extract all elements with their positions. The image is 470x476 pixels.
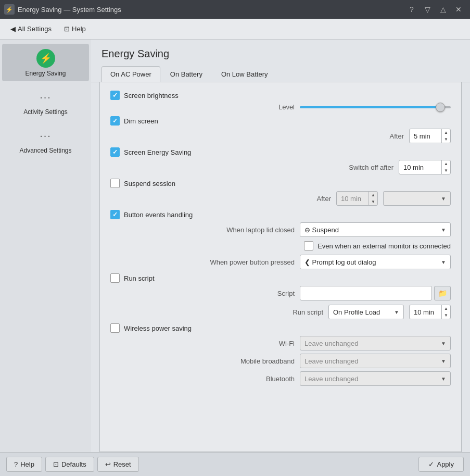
suspend-after-spinbox[interactable]: 10 min ▲ ▼	[336, 191, 378, 206]
dim-after-label: After	[390, 132, 404, 140]
run-profile-arrow: ▼	[394, 309, 399, 315]
help-window-button[interactable]: ?	[404, 2, 419, 17]
topnav: ◀ All Settings ⊡ Help	[0, 19, 470, 40]
run-script-timing-row: Run script On Profile Load ▼ 10 min ▲ ▼	[110, 305, 451, 319]
screen-brightness-label: Screen brightness	[124, 92, 179, 99]
run-time-up[interactable]: ▲	[442, 305, 450, 312]
screen-brightness-checkbox[interactable]	[110, 91, 120, 100]
dim-screen-row: Dim screen	[110, 116, 451, 126]
suspend-action-select[interactable]: ▼	[383, 191, 451, 206]
run-profile-select[interactable]: On Profile Load ▼	[328, 305, 404, 319]
brightness-slider-track[interactable]	[300, 106, 451, 108]
reset-icon: ↩	[105, 460, 111, 468]
run-script-label: Run script	[124, 274, 155, 282]
help-bottom-label: Help	[20, 460, 34, 468]
sidebar-item-advanced-settings[interactable]: ··· Advanced Settings	[2, 121, 89, 158]
suspend-session-checkbox[interactable]	[110, 179, 120, 188]
file-browse-button[interactable]: 📁	[434, 286, 451, 300]
wireless-saving-checkbox[interactable]	[110, 323, 120, 333]
suspend-after-down[interactable]: ▼	[369, 198, 377, 205]
suspend-after-arrows: ▲ ▼	[369, 192, 377, 205]
page-title: Energy Saving	[101, 48, 169, 59]
lid-closed-select[interactable]: ⊖ Suspend ▼	[300, 222, 451, 237]
apply-button[interactable]: ✓ Apply	[418, 457, 464, 472]
wireless-saving-row: Wireless power saving	[110, 323, 451, 333]
defaults-label: Defaults	[61, 460, 86, 468]
help-nav-button[interactable]: ⊡ Help	[60, 23, 90, 35]
wifi-row: Wi-Fi Leave unchanged ▼	[110, 336, 451, 350]
mobile-label: Mobile broadband	[240, 357, 295, 365]
run-profile-value: On Profile Load	[333, 308, 380, 316]
tab-battery[interactable]: On Battery	[161, 66, 211, 82]
help-nav-label: Help	[72, 25, 86, 33]
switch-off-down[interactable]: ▼	[442, 167, 450, 174]
mobile-arrow: ▼	[441, 358, 446, 364]
app-icon: ⚡	[4, 4, 15, 15]
run-time-value: 10 min	[410, 308, 441, 316]
run-time-arrows: ▲ ▼	[441, 305, 450, 319]
switch-off-row: Switch off after 10 min ▲ ▼	[110, 160, 451, 174]
minimize-button[interactable]: ▽	[420, 2, 435, 17]
sidebar: ⚡ Energy Saving ··· Activity Settings ··…	[0, 40, 91, 452]
script-label: Script	[277, 290, 295, 297]
dim-screen-checkbox[interactable]	[110, 116, 120, 126]
dim-after-arrows: ▲ ▼	[441, 129, 450, 143]
button-events-row: Button events handling	[110, 210, 451, 219]
wifi-label: Wi-Fi	[279, 340, 295, 347]
brightness-slider-fill	[300, 106, 440, 108]
lid-closed-arrow: ▼	[441, 227, 446, 233]
power-button-value: ❮ Prompt log out dialog	[304, 258, 376, 266]
bluetooth-select[interactable]: Leave unchanged ▼	[300, 371, 451, 386]
dim-after-spinbox[interactable]: 5 min ▲ ▼	[409, 129, 451, 143]
apply-icon: ✓	[428, 460, 434, 468]
activity-settings-icon: ···	[36, 87, 55, 106]
lid-closed-label: When laptop lid closed	[226, 226, 295, 234]
reset-label: Reset	[113, 460, 131, 468]
switch-off-up[interactable]: ▲	[442, 160, 450, 167]
all-settings-button[interactable]: ◀ All Settings	[6, 23, 56, 35]
sidebar-advanced-label: Advanced Settings	[19, 147, 71, 154]
reset-button[interactable]: ↩ Reset	[97, 457, 139, 472]
button-events-checkbox[interactable]	[110, 210, 120, 219]
switch-off-spinbox[interactable]: 10 min ▲ ▼	[399, 160, 451, 174]
brightness-slider-row: Level	[110, 103, 451, 111]
sidebar-item-activity-settings[interactable]: ··· Activity Settings	[2, 82, 89, 120]
bluetooth-row: Bluetooth Leave unchanged ▼	[110, 371, 451, 386]
sidebar-item-energy-saving[interactable]: ⚡ Energy Saving	[2, 44, 89, 81]
mobile-value: Leave unchanged	[304, 357, 358, 365]
close-button[interactable]: ✕	[451, 2, 466, 17]
advanced-settings-icon: ···	[36, 126, 55, 145]
power-button-select[interactable]: ❮ Prompt log out dialog ▼	[300, 255, 451, 269]
run-time-down[interactable]: ▼	[442, 312, 450, 319]
defaults-button[interactable]: ⊡ Defaults	[45, 457, 94, 472]
suspend-session-row: Suspend session	[110, 179, 451, 188]
suspend-after-up[interactable]: ▲	[369, 192, 377, 198]
back-label: All Settings	[18, 25, 52, 33]
mobile-select[interactable]: Leave unchanged ▼	[300, 354, 451, 368]
switch-off-label: Switch off after	[349, 164, 393, 171]
dim-after-up[interactable]: ▲	[442, 129, 450, 136]
external-monitor-checkbox[interactable]	[304, 241, 313, 250]
apply-label: Apply	[437, 460, 454, 468]
run-script-checkbox[interactable]	[110, 273, 120, 283]
bottom-bar: ? Help ⊡ Defaults ↩ Reset ✓ Apply	[0, 452, 470, 476]
bluetooth-label: Bluetooth	[266, 375, 295, 383]
script-text-field[interactable]	[300, 286, 432, 300]
external-monitor-label: Even when an external monitor is connect…	[317, 242, 451, 250]
tab-ac-power[interactable]: On AC Power	[101, 66, 160, 82]
wifi-select[interactable]: Leave unchanged ▼	[300, 336, 451, 350]
dim-after-down[interactable]: ▼	[442, 136, 450, 143]
run-time-spinbox[interactable]: 10 min ▲ ▼	[409, 305, 451, 319]
tab-low-battery[interactable]: On Low Battery	[212, 66, 277, 82]
screen-energy-saving-checkbox[interactable]	[110, 147, 120, 157]
brightness-slider-thumb[interactable]	[436, 103, 445, 112]
external-monitor-row: Even when an external monitor is connect…	[110, 241, 451, 250]
sidebar-energy-label: Energy Saving	[25, 70, 66, 77]
suspend-after-row: After 10 min ▲ ▼ ▼	[110, 191, 451, 206]
help-bottom-button[interactable]: ? Help	[6, 457, 42, 472]
maximize-button[interactable]: △	[436, 2, 450, 17]
lid-closed-value: ⊖ Suspend	[304, 226, 339, 234]
power-button-label: When power button pressed	[210, 258, 295, 266]
main-layout: ⚡ Energy Saving ··· Activity Settings ··…	[0, 40, 470, 452]
titlebar: ⚡ Energy Saving — System Settings ? ▽ △ …	[0, 0, 470, 19]
